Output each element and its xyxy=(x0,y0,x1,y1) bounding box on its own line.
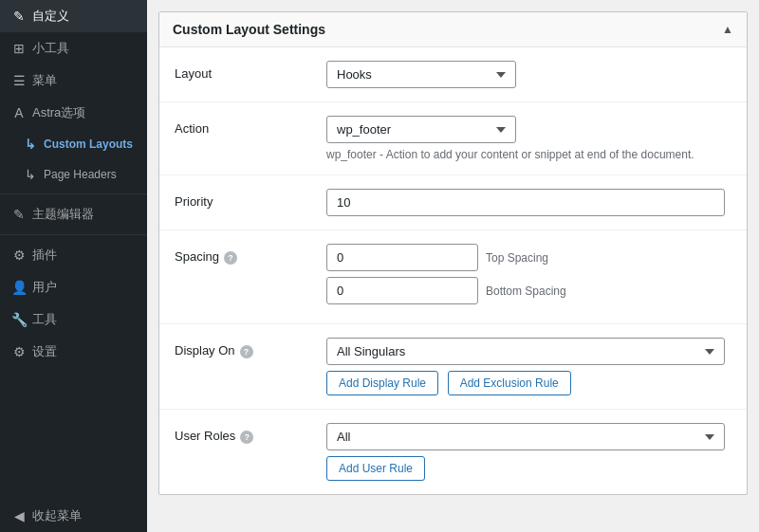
sidebar-label-astra: Astra选项 xyxy=(32,104,85,121)
plugins-icon: ⚙ xyxy=(11,248,27,263)
user-roles-label: User Roles ? xyxy=(175,423,326,444)
sidebar: ✎ 自定义 ⊞ 小工具 ☰ 菜单 A Astra选项 ↳ Custom Layo… xyxy=(0,0,147,532)
sidebar-item-plugins[interactable]: ⚙ 插件 xyxy=(0,239,147,271)
sidebar-item-collapse[interactable]: ◀ 收起菜单 xyxy=(0,500,147,532)
sidebar-item-custom-layouts[interactable]: ↳ Custom Layouts xyxy=(0,129,147,159)
sidebar-item-users[interactable]: 👤 用户 xyxy=(0,271,147,303)
spacing-row: Spacing ? Top Spacing Bottom Spacing xyxy=(159,230,747,324)
sidebar-label-users: 用户 xyxy=(32,279,57,296)
sidebar-item-customize[interactable]: ✎ 自定义 xyxy=(0,0,147,32)
settings-panel-header: Custom Layout Settings ▲ xyxy=(159,12,747,47)
layout-field: Hooks Header Footer 404 Page xyxy=(326,61,731,88)
divider-1 xyxy=(0,193,147,194)
divider-2 xyxy=(0,234,147,235)
action-hint: wp_footer - Action to add your content o… xyxy=(326,148,731,161)
user-roles-select[interactable]: All Administrator Editor Subscriber xyxy=(326,423,725,450)
settings-panel: Custom Layout Settings ▲ Layout Hooks He… xyxy=(158,11,748,495)
sidebar-label-settings: 设置 xyxy=(32,343,57,360)
priority-field xyxy=(326,189,731,216)
add-user-rule-button[interactable]: Add User Rule xyxy=(326,456,425,481)
astra-icon: A xyxy=(11,105,27,120)
sidebar-item-settings[interactable]: ⚙ 设置 xyxy=(0,336,147,368)
spacing-field: Top Spacing Bottom Spacing xyxy=(326,244,731,310)
tools-icon: 🔧 xyxy=(11,312,27,327)
main-content: Custom Layout Settings ▲ Layout Hooks He… xyxy=(147,0,759,532)
sidebar-label-theme-editor: 主题编辑器 xyxy=(32,206,94,223)
sidebar-item-astra[interactable]: A Astra选项 xyxy=(0,97,147,129)
user-roles-buttons: Add User Rule xyxy=(326,450,731,481)
display-on-buttons: Add Display Rule Add Exclusion Rule xyxy=(326,365,731,395)
edit-icon: ✎ xyxy=(11,9,27,24)
user-roles-help-icon[interactable]: ? xyxy=(240,431,253,444)
custom-layouts-icon: ↳ xyxy=(23,137,38,152)
widgets-icon: ⊞ xyxy=(11,41,27,56)
sidebar-label-widgets: 小工具 xyxy=(32,40,69,57)
spacing-help-icon[interactable]: ? xyxy=(224,251,237,265)
display-on-help-icon[interactable]: ? xyxy=(240,345,253,358)
action-select[interactable]: wp_footer wp_head wp_body_open xyxy=(326,116,516,143)
bottom-spacing-row: Bottom Spacing xyxy=(326,277,731,304)
sidebar-item-theme-editor[interactable]: ✎ 主题编辑器 xyxy=(0,198,147,230)
users-icon: 👤 xyxy=(11,280,27,295)
theme-icon: ✎ xyxy=(11,207,27,222)
menu-icon: ☰ xyxy=(11,73,27,88)
page-headers-icon: ↳ xyxy=(23,167,38,182)
sidebar-item-tools[interactable]: 🔧 工具 xyxy=(0,303,147,336)
user-roles-row: User Roles ? All Administrator Editor Su… xyxy=(159,410,747,494)
action-field: wp_footer wp_head wp_body_open wp_footer… xyxy=(326,116,731,161)
display-on-row: Display On ? All Singulars All Pages Hom… xyxy=(159,324,747,410)
user-roles-field: All Administrator Editor Subscriber Add … xyxy=(326,423,731,481)
sidebar-label-plugins: 插件 xyxy=(32,247,57,264)
bottom-spacing-input[interactable] xyxy=(326,277,478,304)
sidebar-item-menu[interactable]: ☰ 菜单 xyxy=(0,64,147,97)
sidebar-label-tools: 工具 xyxy=(32,311,57,328)
layout-label: Layout xyxy=(175,61,326,81)
sidebar-label-custom-layouts: Custom Layouts xyxy=(44,138,133,151)
priority-row: Priority xyxy=(159,175,747,230)
sidebar-item-page-headers[interactable]: ↳ Page Headers xyxy=(0,159,147,190)
sidebar-label-page-headers: Page Headers xyxy=(44,168,117,181)
add-exclusion-rule-button[interactable]: Add Exclusion Rule xyxy=(448,371,571,395)
bottom-spacing-label: Bottom Spacing xyxy=(486,284,566,298)
layout-select[interactable]: Hooks Header Footer 404 Page xyxy=(326,61,516,88)
sidebar-item-widgets[interactable]: ⊞ 小工具 xyxy=(0,32,147,64)
settings-icon: ⚙ xyxy=(11,344,27,359)
collapse-icon: ◀ xyxy=(11,508,27,523)
top-spacing-input[interactable] xyxy=(326,244,478,271)
display-on-label: Display On ? xyxy=(175,338,326,358)
top-spacing-label: Top Spacing xyxy=(486,251,548,265)
layout-row: Layout Hooks Header Footer 404 Page xyxy=(159,47,747,102)
top-spacing-row: Top Spacing xyxy=(326,244,731,271)
add-display-rule-button[interactable]: Add Display Rule xyxy=(326,371,438,395)
priority-label: Priority xyxy=(175,189,326,209)
action-row: Action wp_footer wp_head wp_body_open wp… xyxy=(159,102,747,175)
sidebar-label-collapse: 收起菜单 xyxy=(32,507,82,524)
sidebar-label-menu: 菜单 xyxy=(32,72,57,89)
display-on-select[interactable]: All Singulars All Pages Homepage 404 Pag… xyxy=(326,338,725,365)
settings-panel-toggle[interactable]: ▲ xyxy=(722,23,733,36)
display-on-field: All Singulars All Pages Homepage 404 Pag… xyxy=(326,338,731,395)
sidebar-label-customize: 自定义 xyxy=(32,8,69,25)
action-label: Action xyxy=(175,116,326,136)
settings-panel-title: Custom Layout Settings xyxy=(173,22,325,37)
spacing-label: Spacing ? xyxy=(175,244,326,265)
priority-input[interactable] xyxy=(326,189,725,216)
